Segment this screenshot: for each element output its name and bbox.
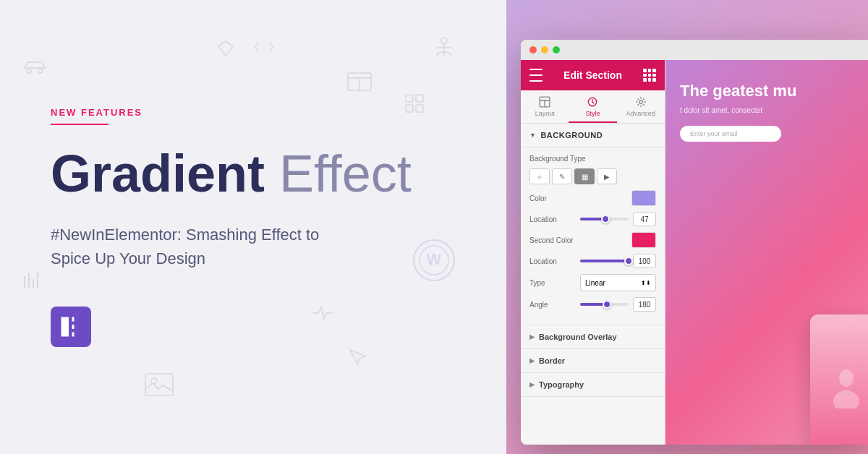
panel-body: ▼ Background Background Type ○ ✎ ▦ [521,124,665,445]
new-features-label: NEW FEATURES [51,107,456,118]
browser-window: Edit Section Layout Style [521,40,868,445]
angle-label: Angle [529,301,580,309]
bg-type-classic[interactable]: ✎ [552,168,572,184]
background-section-title: Background [540,131,603,140]
website-preview: The geatest mu t dolor sit amet, consect… [665,60,868,445]
location-row: Location 47 [529,212,656,226]
bg-type-buttons: ○ ✎ ▦ ▶ [529,168,617,184]
type-select[interactable]: Linear ⬆⬇ [580,274,656,291]
svg-rect-2 [348,73,371,90]
angle-value[interactable]: 180 [633,297,656,312]
panel-title: Edit Section [542,69,643,81]
color-swatch[interactable] [631,190,656,206]
type-row: Type Linear ⬆⬇ [529,274,656,291]
tab-layout[interactable]: Layout [521,90,569,123]
advanced-icon [635,96,647,108]
preview-input-placeholder: Enter your email [690,130,738,137]
tab-layout-label: Layout [535,110,555,117]
color-swatch-container [580,190,656,206]
panel-tabs: Layout Style Advanced [521,90,665,124]
typography-label: Typography [539,380,584,389]
svg-rect-23 [72,333,75,337]
person-silhouette [832,365,861,408]
angle-slider-track[interactable] [580,303,629,306]
new-features-underline [51,124,109,125]
angle-slider-thumb[interactable] [603,300,611,309]
svg-point-30 [833,390,859,408]
second-location-row: Location 100 [529,254,656,268]
browser-titlebar [521,40,868,60]
second-location-label: Location [529,257,580,265]
location-slider-track[interactable] [580,218,629,220]
panel-menu-button[interactable] [529,69,542,82]
title-gradient-word: Gradient [51,145,265,202]
border-label: Border [539,356,565,365]
main-title: Gradient Effect [51,147,456,202]
svg-text:W: W [427,250,442,268]
preview-email-input: Enter your email [680,126,781,142]
second-location-slider-container: 100 [580,254,656,268]
preview-content: The geatest mu t dolor sit amet, consect… [665,60,868,163]
angle-row: Angle 180 [529,297,656,312]
type-select-arrow: ⬆⬇ [641,280,651,286]
second-color-swatch-container [580,232,656,248]
bg-overlay-label: Background Overlay [539,333,617,341]
second-location-value[interactable]: 100 [633,254,656,268]
tab-style-label: Style [585,110,600,117]
angle-slider-fill [580,303,605,306]
bg-type-label: Background Type [529,155,586,163]
second-location-slider-track[interactable] [580,260,629,262]
second-location-slider-thumb[interactable] [624,257,633,265]
second-location-slider-fill [580,260,629,262]
bg-type-video[interactable]: ▶ [597,168,617,184]
browser-content: Edit Section Layout Style [521,60,868,445]
second-color-row: Second Color [529,232,656,248]
svg-rect-6 [416,95,423,102]
svg-point-28 [639,100,643,104]
elementor-logo-badge [51,307,91,347]
tab-advanced-label: Advanced [626,110,655,117]
preview-title: The geatest mu [680,82,861,100]
bg-type-none[interactable]: ○ [529,168,550,184]
second-color-swatch[interactable] [631,232,656,248]
second-color-label: Second Color [529,236,580,244]
browser-dot-close [529,46,537,53]
panel-header: Edit Section [521,60,665,90]
border-arrow: ▶ [529,357,535,364]
location-label: Location [529,215,580,223]
svg-point-14 [441,38,447,43]
panel-grid-button[interactable] [643,69,656,82]
svg-point-9 [414,240,454,280]
color-label: Color [529,194,580,202]
new-features-section: NEW FEATURES [51,107,456,125]
svg-rect-20 [61,317,69,337]
type-label: Type [529,279,580,287]
location-slider-fill [580,218,603,220]
preview-phone-image [810,314,868,445]
typography-section[interactable]: ▶ Typography [521,373,665,397]
svg-rect-12 [145,374,173,395]
bg-type-buttons-row: ○ ✎ ▦ ▶ [529,168,656,184]
elementor-icon [58,314,84,340]
location-value[interactable]: 47 [633,212,656,226]
angle-slider-container: 180 [580,297,656,312]
subtitle-text: #NewInElementor: Smashing Effect toSpice… [51,223,326,270]
border-section[interactable]: ▶ Border [521,349,665,373]
bg-type-row: Background Type [529,155,656,163]
svg-point-10 [420,246,448,275]
left-panel: W NEW FEATURES Gradient Effect #NewInEle… [0,0,506,454]
browser-dot-maximize [553,46,560,53]
elementor-panel: Edit Section Layout Style [521,60,665,445]
tab-advanced[interactable]: Advanced [617,90,665,123]
typography-arrow: ▶ [529,381,535,388]
arrow-icon: ▼ [529,132,536,139]
location-slider-thumb[interactable] [601,215,610,223]
svg-rect-22 [72,325,75,329]
tab-style[interactable]: Style [569,90,616,123]
svg-rect-5 [406,95,413,102]
bg-type-gradient[interactable]: ▦ [574,168,595,184]
svg-point-29 [839,369,854,387]
title-effect-word: Effect [279,145,412,202]
background-section-header[interactable]: ▼ Background [521,124,665,147]
background-overlay-section[interactable]: ▶ Background Overlay [521,325,665,349]
